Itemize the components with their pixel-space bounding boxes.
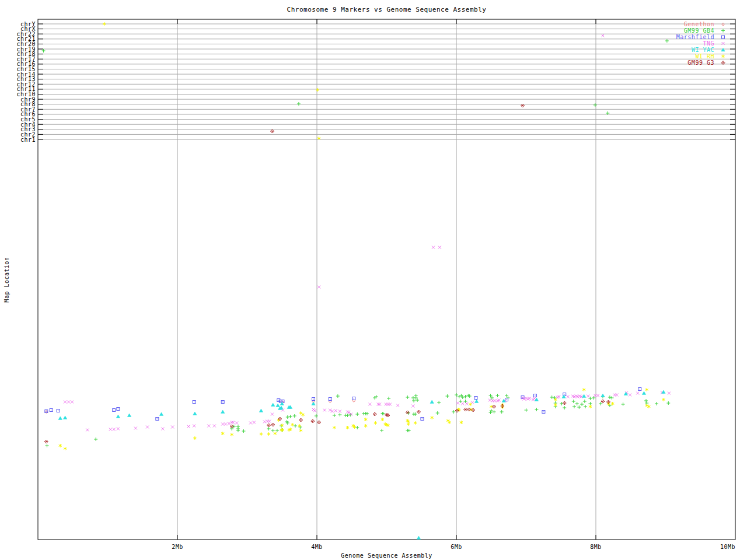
point-wi-rh: [582, 388, 585, 391]
point-gm99-g3: [373, 412, 376, 416]
point-gm99-g3: [493, 405, 496, 408]
point-gm99-gb4: [436, 411, 439, 415]
point-gm99-gb4: [535, 408, 538, 411]
point-tng: [253, 421, 256, 424]
point-tng: [629, 394, 631, 397]
legend-label-gm99-gb4: GM99 GB4: [684, 27, 714, 34]
point-gm99-gb4: [236, 429, 240, 432]
point-wi-rh: [267, 432, 270, 436]
point-tng: [213, 425, 216, 428]
point-tng: [636, 392, 639, 395]
legend-label-wi-yac: WI YAC: [692, 47, 714, 53]
series-genethon: [45, 400, 355, 414]
point-gm99-gb4: [336, 394, 340, 398]
point-wi-rh: [645, 404, 648, 407]
point-gm99-g3: [563, 401, 566, 405]
point-wi-rh: [460, 421, 463, 424]
point-gm99-gb4: [42, 49, 46, 52]
point-wi-yac: [58, 416, 62, 419]
point-wi-rh: [364, 418, 367, 421]
point-gm99-gb4: [338, 413, 341, 416]
point-tng: [171, 426, 174, 429]
point-wi-rh: [281, 424, 284, 427]
point-gm99-gb4: [489, 411, 493, 414]
point-gm99-gb4: [608, 396, 612, 399]
point-wi-rh: [289, 428, 292, 431]
point-tng: [146, 426, 149, 429]
point-gm99-g3: [317, 421, 321, 424]
series-wi-yac: [58, 390, 665, 539]
point-wi-rh: [374, 421, 377, 425]
point-tng: [207, 425, 210, 428]
point-wi-rh: [386, 424, 389, 427]
x-tick-label: 2Mb: [172, 544, 183, 550]
point-tng: [161, 428, 164, 430]
chart-canvas: chrYchrXchr22chr21chr20chr19chr18chr17ch…: [0, 0, 747, 560]
legend-marker-tng-icon: [719, 40, 727, 47]
point-tng: [221, 423, 224, 426]
point-gm99-gb4: [550, 396, 554, 399]
point-tng: [668, 392, 671, 395]
point-gm99-gb4: [293, 414, 296, 418]
point-gm99-gb4: [577, 405, 581, 409]
point-wi-rh: [554, 403, 557, 407]
x-tick-label: 10Mb: [720, 544, 735, 550]
point-gm99-gb4: [94, 438, 97, 441]
point-gm99-g3: [299, 418, 303, 422]
point-wi-rh: [364, 424, 367, 428]
point-wi-yac: [259, 409, 263, 412]
point-tng: [313, 410, 316, 412]
point-tng: [235, 422, 238, 425]
point-gm99-gb4: [594, 103, 597, 107]
point-marshfield: [113, 409, 116, 412]
series-gm99-gb4: [42, 39, 671, 447]
legend-marker-gm99-gb4-icon: [719, 27, 727, 34]
point-gm99-g3: [267, 424, 271, 427]
point-marshfield: [57, 410, 60, 412]
legend-marker-wi-yac-icon: [719, 47, 727, 53]
legend-item-gm99-g3: GM99 G3: [630, 60, 727, 66]
point-tng: [350, 413, 352, 416]
point-wi-yac: [562, 395, 566, 398]
point-wi-yac: [642, 391, 645, 394]
point-gm99-gb4: [242, 429, 246, 433]
point-marshfield: [50, 409, 53, 412]
x-axis-title: Genome Sequence Assembly: [38, 552, 735, 559]
point-tng: [456, 402, 459, 405]
point-tng: [86, 429, 89, 432]
point-wi-rh: [662, 398, 665, 401]
point-gm99-gb4: [315, 414, 318, 418]
point-wi-yac: [430, 400, 434, 403]
legend-label-tng: TNG: [703, 40, 714, 47]
point-gm99-gb4: [412, 399, 416, 402]
point-tng: [461, 402, 464, 405]
point-marshfield: [534, 394, 537, 397]
point-wi-yac: [193, 412, 197, 415]
legend-label-marshfield: Marshfield: [676, 34, 714, 40]
point-gm99-g3: [44, 440, 48, 443]
point-wi-yac: [159, 412, 163, 415]
point-wi-rh: [381, 418, 384, 421]
series-wi-rh: [59, 22, 665, 450]
point-gm99-gb4: [333, 414, 336, 417]
point-tng: [615, 394, 618, 397]
series-tng: [64, 34, 671, 432]
point-gm99-g3: [406, 411, 409, 414]
point-wi-rh: [299, 429, 302, 432]
point-marshfield: [221, 401, 224, 404]
point-gm99-gb4: [500, 410, 504, 414]
point-marshfield: [542, 411, 545, 414]
y-axis-title: Map Location: [4, 222, 10, 338]
legend-item-marshfield: Marshfield: [630, 34, 727, 40]
legend-item-wi-yac: WI YAC: [630, 47, 727, 53]
point-gm99-gb4: [267, 427, 271, 430]
legend-marker-gm99-g3-icon: [719, 60, 727, 66]
point-gm99-gb4: [275, 429, 279, 432]
point-wi-yac: [116, 415, 120, 418]
point-wi-yac: [63, 416, 67, 419]
point-wi-yac: [127, 414, 131, 416]
point-tng: [268, 420, 271, 423]
point-tng: [465, 402, 468, 405]
point-gm99-gb4: [346, 414, 350, 417]
legend-marker-wi-rh-icon: [719, 53, 727, 60]
